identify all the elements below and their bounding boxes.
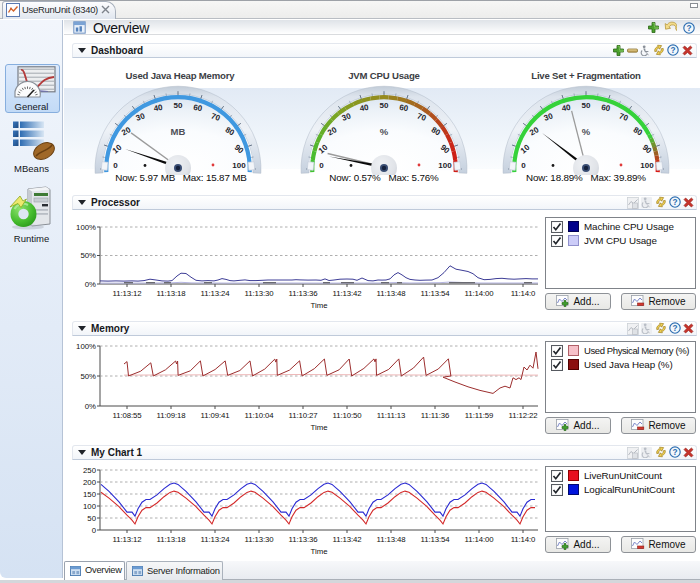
svg-text:?: ?	[672, 324, 677, 333]
svg-text:100%: 100%	[76, 342, 96, 351]
svg-text:11:14:0: 11:14:0	[511, 535, 536, 544]
svg-text:11:12:22: 11:12:22	[509, 411, 538, 420]
svg-text:0%: 0%	[85, 402, 96, 411]
svg-text:?: ?	[686, 24, 691, 33]
svg-text:100: 100	[438, 161, 452, 170]
svg-text:Time: Time	[310, 423, 327, 432]
svg-text:%: %	[380, 126, 389, 137]
svg-text:11:13:36: 11:13:36	[289, 535, 318, 544]
svg-text:11:13:54: 11:13:54	[421, 535, 451, 544]
svg-text:200: 200	[83, 478, 97, 487]
svg-text:100: 100	[232, 161, 246, 170]
svg-text:0: 0	[113, 161, 118, 170]
svg-text:11:09:41: 11:09:41	[201, 411, 230, 420]
svg-text:?: ?	[672, 198, 677, 207]
svg-text:100: 100	[640, 161, 654, 170]
svg-text:MB: MB	[171, 126, 186, 137]
svg-text:11:11:13: 11:11:13	[377, 411, 405, 420]
svg-text:11:13:42: 11:13:42	[333, 535, 362, 544]
svg-text:11:11:59: 11:11:59	[465, 411, 493, 420]
svg-text:0: 0	[521, 161, 526, 170]
svg-text:50: 50	[380, 101, 389, 110]
svg-text:0: 0	[319, 161, 324, 170]
svg-text:11:13:48: 11:13:48	[377, 535, 406, 544]
svg-text:11:13:18: 11:13:18	[157, 535, 186, 544]
svg-text:11:13:12: 11:13:12	[113, 535, 142, 544]
svg-text:100: 100	[83, 502, 97, 511]
svg-text:11:10:04: 11:10:04	[245, 411, 275, 420]
svg-text:250: 250	[83, 466, 97, 475]
svg-text:50: 50	[174, 101, 183, 110]
svg-text:11:11:36: 11:11:36	[421, 411, 449, 420]
svg-text:50%: 50%	[80, 372, 96, 381]
svg-text:50: 50	[582, 101, 591, 110]
svg-text:150: 150	[83, 490, 97, 499]
svg-text:0: 0	[92, 526, 97, 535]
svg-text:Time: Time	[310, 547, 327, 556]
svg-text:11:10:50: 11:10:50	[333, 411, 363, 420]
svg-text:11:10:27: 11:10:27	[289, 411, 318, 420]
svg-text:?: ?	[670, 46, 675, 55]
svg-text:%: %	[582, 126, 591, 137]
svg-text:11:08:55: 11:08:55	[113, 411, 143, 420]
svg-text:?: ?	[672, 448, 677, 457]
svg-text:11:14:00: 11:14:00	[465, 535, 495, 544]
svg-text:50: 50	[87, 514, 96, 523]
svg-text:11:13:24: 11:13:24	[201, 535, 231, 544]
svg-text:11:13:30: 11:13:30	[245, 535, 275, 544]
svg-text:11:09:18: 11:09:18	[157, 411, 186, 420]
